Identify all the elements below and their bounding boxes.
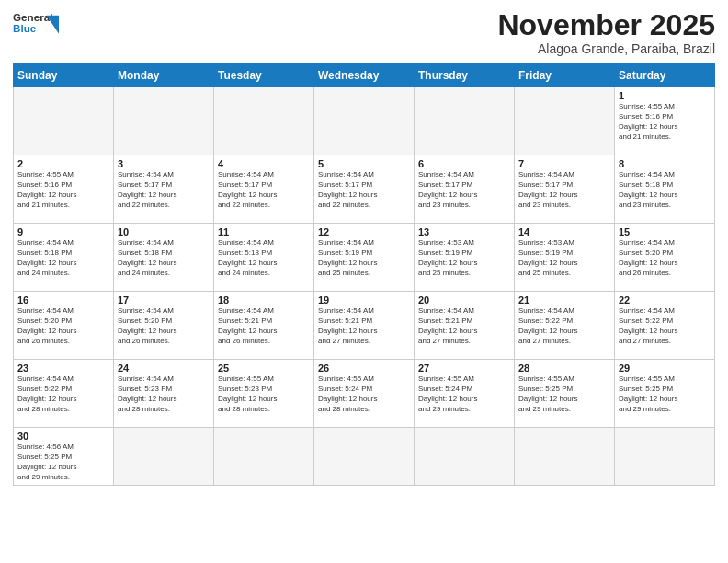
day-number: 9 (17, 226, 109, 237)
day-info: Sunrise: 4:56 AMSunset: 5:25 PMDaylight:… (17, 442, 109, 482)
day-info: Sunrise: 4:54 AMSunset: 5:21 PMDaylight:… (418, 306, 510, 346)
calendar-cell: 13Sunrise: 4:53 AMSunset: 5:19 PMDayligh… (415, 224, 515, 292)
day-number: 23 (17, 362, 109, 373)
calendar-cell (114, 87, 214, 155)
svg-text:Blue: Blue (13, 22, 37, 34)
day-info: Sunrise: 4:54 AMSunset: 5:22 PMDaylight:… (17, 374, 109, 414)
calendar-cell (214, 428, 314, 486)
day-info: Sunrise: 4:55 AMSunset: 5:25 PMDaylight:… (518, 374, 610, 414)
day-number: 26 (318, 362, 410, 373)
day-info: Sunrise: 4:53 AMSunset: 5:19 PMDaylight:… (518, 238, 610, 278)
svg-marker-2 (47, 16, 59, 34)
calendar-cell: 7Sunrise: 4:54 AMSunset: 5:17 PMDaylight… (515, 155, 615, 224)
calendar-cell: 14Sunrise: 4:53 AMSunset: 5:19 PMDayligh… (515, 224, 615, 292)
day-number: 4 (218, 158, 310, 169)
calendar-cell: 27Sunrise: 4:55 AMSunset: 5:24 PMDayligh… (415, 360, 515, 428)
calendar-cell: 9Sunrise: 4:54 AMSunset: 5:18 PMDaylight… (14, 224, 114, 292)
day-info: Sunrise: 4:55 AMSunset: 5:25 PMDaylight:… (619, 374, 711, 414)
calendar-header-friday: Friday (515, 64, 615, 87)
day-number: 24 (118, 362, 210, 373)
calendar-header-tuesday: Tuesday (214, 64, 314, 87)
calendar-cell: 8Sunrise: 4:54 AMSunset: 5:18 PMDaylight… (615, 155, 715, 224)
day-number: 10 (118, 226, 210, 237)
day-info: Sunrise: 4:54 AMSunset: 5:17 PMDaylight:… (318, 170, 410, 210)
calendar-cell: 20Sunrise: 4:54 AMSunset: 5:21 PMDayligh… (415, 292, 515, 360)
day-number: 12 (318, 226, 410, 237)
day-number: 13 (418, 226, 510, 237)
logo: General Blue (13, 9, 59, 46)
calendar-cell: 5Sunrise: 4:54 AMSunset: 5:17 PMDaylight… (314, 155, 415, 224)
day-info: Sunrise: 4:55 AMSunset: 5:24 PMDaylight:… (418, 374, 510, 414)
day-number: 28 (518, 362, 610, 373)
day-info: Sunrise: 4:54 AMSunset: 5:17 PMDaylight:… (118, 170, 210, 210)
day-number: 6 (418, 158, 510, 169)
day-number: 15 (619, 226, 711, 237)
calendar-cell: 25Sunrise: 4:55 AMSunset: 5:23 PMDayligh… (214, 360, 314, 428)
day-number: 1 (619, 90, 711, 101)
day-number: 25 (218, 362, 310, 373)
month-title: November 2025 (497, 9, 715, 41)
day-info: Sunrise: 4:54 AMSunset: 5:17 PMDaylight:… (218, 170, 310, 210)
day-info: Sunrise: 4:54 AMSunset: 5:18 PMDaylight:… (619, 170, 711, 210)
calendar-week-row: 2Sunrise: 4:55 AMSunset: 5:16 PMDaylight… (14, 155, 715, 224)
calendar-header-wednesday: Wednesday (314, 64, 415, 87)
day-number: 3 (118, 158, 210, 169)
day-number: 5 (318, 158, 410, 169)
calendar-cell: 17Sunrise: 4:54 AMSunset: 5:20 PMDayligh… (114, 292, 214, 360)
calendar-cell: 19Sunrise: 4:54 AMSunset: 5:21 PMDayligh… (314, 292, 415, 360)
day-info: Sunrise: 4:54 AMSunset: 5:18 PMDaylight:… (118, 238, 210, 278)
day-number: 2 (17, 158, 109, 169)
day-info: Sunrise: 4:54 AMSunset: 5:18 PMDaylight:… (17, 238, 109, 278)
day-info: Sunrise: 4:54 AMSunset: 5:19 PMDaylight:… (318, 238, 410, 278)
day-info: Sunrise: 4:55 AMSunset: 5:24 PMDaylight:… (318, 374, 410, 414)
calendar-cell: 26Sunrise: 4:55 AMSunset: 5:24 PMDayligh… (314, 360, 415, 428)
day-number: 18 (218, 294, 310, 305)
calendar-cell (214, 87, 314, 155)
day-info: Sunrise: 4:55 AMSunset: 5:23 PMDaylight:… (218, 374, 310, 414)
calendar-cell: 18Sunrise: 4:54 AMSunset: 5:21 PMDayligh… (214, 292, 314, 360)
calendar-cell: 22Sunrise: 4:54 AMSunset: 5:22 PMDayligh… (615, 292, 715, 360)
calendar-cell (314, 428, 415, 486)
day-info: Sunrise: 4:54 AMSunset: 5:18 PMDaylight:… (218, 238, 310, 278)
calendar-week-row: 23Sunrise: 4:54 AMSunset: 5:22 PMDayligh… (14, 360, 715, 428)
calendar-cell: 21Sunrise: 4:54 AMSunset: 5:22 PMDayligh… (515, 292, 615, 360)
day-number: 30 (17, 431, 109, 442)
calendar-cell: 4Sunrise: 4:54 AMSunset: 5:17 PMDaylight… (214, 155, 314, 224)
calendar-cell: 29Sunrise: 4:55 AMSunset: 5:25 PMDayligh… (615, 360, 715, 428)
day-info: Sunrise: 4:55 AMSunset: 5:16 PMDaylight:… (17, 170, 109, 210)
page: General Blue November 2025 Alagoa Grande… (0, 0, 728, 563)
day-info: Sunrise: 4:53 AMSunset: 5:19 PMDaylight:… (418, 238, 510, 278)
calendar-cell: 11Sunrise: 4:54 AMSunset: 5:18 PMDayligh… (214, 224, 314, 292)
day-info: Sunrise: 4:54 AMSunset: 5:21 PMDaylight:… (318, 306, 410, 346)
calendar-header-row: SundayMondayTuesdayWednesdayThursdayFrid… (14, 64, 715, 87)
calendar-week-row: 9Sunrise: 4:54 AMSunset: 5:18 PMDaylight… (14, 224, 715, 292)
calendar-header-sunday: Sunday (14, 64, 114, 87)
logo-icon: General Blue (13, 9, 59, 46)
day-number: 17 (118, 294, 210, 305)
day-number: 14 (518, 226, 610, 237)
calendar-header-monday: Monday (114, 64, 214, 87)
calendar: SundayMondayTuesdayWednesdayThursdayFrid… (13, 63, 715, 486)
calendar-week-row: 30Sunrise: 4:56 AMSunset: 5:25 PMDayligh… (14, 428, 715, 486)
calendar-cell (14, 87, 114, 155)
day-info: Sunrise: 4:54 AMSunset: 5:22 PMDaylight:… (518, 306, 610, 346)
day-number: 29 (619, 362, 711, 373)
day-number: 27 (418, 362, 510, 373)
calendar-cell: 23Sunrise: 4:54 AMSunset: 5:22 PMDayligh… (14, 360, 114, 428)
day-number: 7 (518, 158, 610, 169)
calendar-cell (114, 428, 214, 486)
day-info: Sunrise: 4:54 AMSunset: 5:20 PMDaylight:… (17, 306, 109, 346)
calendar-cell (615, 428, 715, 486)
day-info: Sunrise: 4:55 AMSunset: 5:16 PMDaylight:… (619, 102, 711, 142)
day-info: Sunrise: 4:54 AMSunset: 5:17 PMDaylight:… (418, 170, 510, 210)
day-info: Sunrise: 4:54 AMSunset: 5:20 PMDaylight:… (118, 306, 210, 346)
calendar-cell: 15Sunrise: 4:54 AMSunset: 5:20 PMDayligh… (615, 224, 715, 292)
calendar-cell: 16Sunrise: 4:54 AMSunset: 5:20 PMDayligh… (14, 292, 114, 360)
calendar-cell (515, 87, 615, 155)
location-title: Alagoa Grande, Paraiba, Brazil (497, 41, 715, 56)
day-number: 19 (318, 294, 410, 305)
day-number: 20 (418, 294, 510, 305)
day-number: 22 (619, 294, 711, 305)
calendar-cell: 2Sunrise: 4:55 AMSunset: 5:16 PMDaylight… (14, 155, 114, 224)
day-number: 16 (17, 294, 109, 305)
